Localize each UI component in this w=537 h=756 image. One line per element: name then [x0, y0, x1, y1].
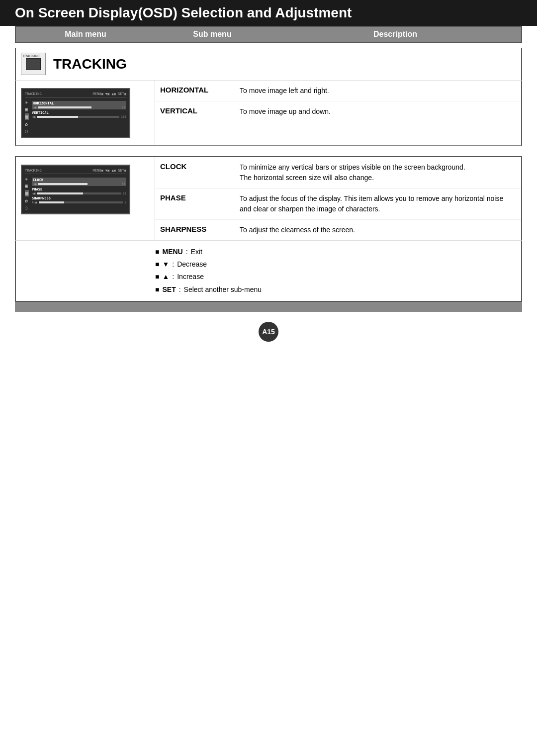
tracking-title: TRACKING	[53, 56, 127, 72]
note-set: ■ SET : Select another sub-menu	[155, 284, 516, 296]
sharpness-row: SHARPNESS To adjust the clearness of the…	[155, 220, 521, 240]
section1: TRACKING MENU▣ ▼▣ ▲▣ SET▣ ✳ ▣ ▦ ✿ ◌ HORI…	[15, 81, 522, 146]
section1-sub-desc: HORIZONTAL To move image left and right.…	[155, 81, 521, 145]
note-increase: ■ ▲ : Increase	[155, 271, 516, 283]
note-menu: ■ MENU : Exit	[155, 246, 516, 258]
sharpness-desc: To adjust the clearness of the screen.	[235, 225, 521, 235]
column-headers: Main menu Sub menu Description	[15, 26, 522, 43]
note-up-key: ▲	[162, 271, 169, 283]
page-number-area: A15	[15, 322, 522, 342]
main-menu-header: Main menu	[16, 27, 155, 42]
section2-sub-desc: CLOCK To minimize any vertical bars or s…	[155, 157, 521, 240]
vertical-label: VERTICAL	[155, 106, 235, 117]
sub-menu-header: Sub menu	[155, 27, 269, 42]
note-down-key: ▼	[162, 258, 169, 271]
osd-screen-1: TRACKING MENU▣ ▼▣ ▲▣ SET▣ ✳ ▣ ▦ ✿ ◌ HORI…	[16, 81, 155, 145]
clock-desc: To minimize any vertical bars or stripes…	[235, 162, 521, 183]
horizontal-desc: To move image left and right.	[235, 86, 521, 96]
phase-row: PHASE To adjust the focus of the display…	[155, 189, 521, 220]
page-badge: A15	[259, 322, 278, 342]
note-menu-key: MENU	[162, 246, 182, 258]
bottom-bar	[15, 302, 522, 312]
vertical-row: VERTICAL To move image up and down.	[155, 101, 521, 122]
section2: TRACKING MENU▣ ▼▣ ▲▣ SET▣ ✳ ▣ ▦ ✿ ◌ CLOC…	[15, 156, 522, 241]
tracking-main-cell: TRACKING TRACKING	[21, 53, 155, 75]
page-title: On Screen Display(OSD) Selection and Adj…	[0, 0, 537, 26]
tracking-icon: TRACKING	[21, 53, 46, 75]
note-up-value: Increase	[177, 271, 204, 283]
vertical-desc: To move image up and down.	[235, 106, 521, 117]
sharpness-label: SHARPNESS	[155, 225, 235, 235]
phase-desc: To adjust the focus of the display. This…	[235, 193, 521, 214]
notes-section: ■ MENU : Exit ■ ▼ : Decrease ■ ▲ : Incre…	[15, 241, 522, 302]
osd-screen-2: TRACKING MENU▣ ▼▣ ▲▣ SET▣ ✳ ▣ ▦ ✿ ◌ CLOC…	[16, 157, 155, 240]
tracking-desc-empty	[155, 53, 516, 75]
note-decrease: ■ ▼ : Decrease	[155, 258, 516, 271]
phase-label: PHASE	[155, 193, 235, 214]
clock-label: CLOCK	[155, 162, 235, 183]
horizontal-label: HORIZONTAL	[155, 86, 235, 96]
note-set-key: SET	[162, 284, 176, 296]
note-set-value: Select another sub-menu	[184, 284, 262, 296]
note-menu-value: Exit	[191, 246, 202, 258]
section-divider	[15, 146, 522, 156]
description-header: Description	[269, 27, 521, 42]
clock-row: CLOCK To minimize any vertical bars or s…	[155, 157, 521, 189]
horizontal-row: HORIZONTAL To move image left and right.	[155, 81, 521, 101]
note-down-value: Decrease	[177, 258, 207, 271]
